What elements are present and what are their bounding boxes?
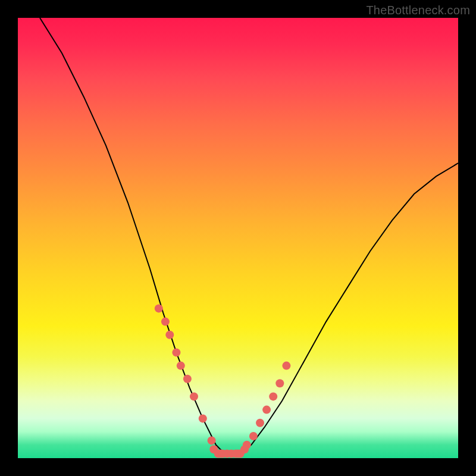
data-point <box>249 432 258 440</box>
data-point <box>282 362 290 370</box>
data-point <box>240 445 249 453</box>
data-point <box>165 331 174 339</box>
bottleneck-curve <box>40 18 458 454</box>
data-point <box>177 362 185 370</box>
data-point <box>199 414 207 422</box>
data-point <box>161 318 170 326</box>
data-point <box>155 304 163 312</box>
chart-overlay <box>18 18 458 458</box>
data-point <box>208 436 216 444</box>
data-point <box>183 375 192 383</box>
data-point <box>262 406 271 414</box>
curve-data-points <box>155 304 291 458</box>
data-point <box>256 419 264 427</box>
data-point <box>190 392 198 400</box>
outer-frame: TheBottleneck.com <box>0 0 476 476</box>
data-point <box>269 392 277 400</box>
data-point <box>275 379 284 387</box>
data-point <box>172 348 180 356</box>
source-watermark: TheBottleneck.com <box>366 4 470 17</box>
